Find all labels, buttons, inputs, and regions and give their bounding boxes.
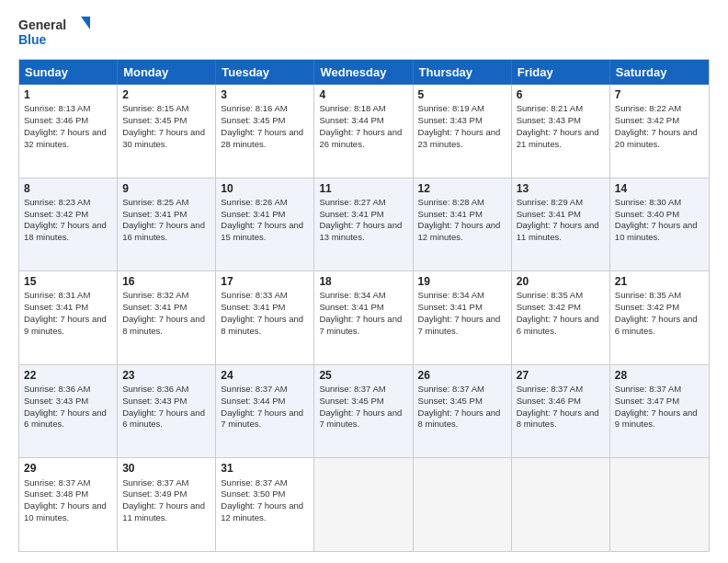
sunset-text: Sunset: 3:41 PM bbox=[221, 209, 285, 219]
daylight-text: Daylight: 7 hours and 6 minutes. bbox=[517, 314, 599, 336]
sunrise-text: Sunrise: 8:31 AM bbox=[24, 290, 90, 300]
day-cell-11: 11Sunrise: 8:27 AMSunset: 3:41 PMDayligh… bbox=[314, 178, 413, 271]
sunset-text: Sunset: 3:41 PM bbox=[221, 302, 285, 312]
sunrise-text: Sunrise: 8:37 AM bbox=[24, 477, 90, 488]
daylight-text: Daylight: 7 hours and 18 minutes. bbox=[24, 220, 107, 242]
daylight-text: Daylight: 7 hours and 10 minutes. bbox=[24, 500, 107, 523]
day-number: 7 bbox=[615, 87, 704, 102]
daylight-text: Daylight: 7 hours and 30 minutes. bbox=[122, 127, 205, 149]
day-number: 4 bbox=[319, 87, 407, 102]
daylight-text: Daylight: 7 hours and 32 minutes. bbox=[24, 127, 107, 149]
day-number: 26 bbox=[418, 368, 506, 383]
sunrise-text: Sunrise: 8:34 AM bbox=[319, 290, 385, 300]
day-number: 9 bbox=[122, 181, 210, 196]
day-number: 18 bbox=[319, 274, 407, 289]
sunrise-text: Sunrise: 8:15 AM bbox=[122, 103, 188, 113]
day-cell-8: 8Sunrise: 8:23 AMSunset: 3:42 PMDaylight… bbox=[19, 178, 118, 271]
sunset-text: Sunset: 3:43 PM bbox=[418, 115, 483, 125]
sunset-text: Sunset: 3:47 PM bbox=[615, 396, 679, 406]
day-number: 20 bbox=[517, 274, 605, 289]
sunset-text: Sunset: 3:44 PM bbox=[319, 115, 383, 125]
day-number: 27 bbox=[517, 368, 605, 383]
sunset-text: Sunset: 3:46 PM bbox=[24, 115, 88, 125]
empty-cell bbox=[610, 458, 709, 551]
svg-text:General: General bbox=[18, 17, 66, 32]
sunset-text: Sunset: 3:41 PM bbox=[24, 302, 88, 312]
sunrise-text: Sunrise: 8:33 AM bbox=[221, 290, 287, 300]
sunset-text: Sunset: 3:49 PM bbox=[122, 488, 187, 499]
sunset-text: Sunset: 3:41 PM bbox=[418, 209, 483, 219]
day-number: 14 bbox=[615, 181, 704, 196]
day-cell-9: 9Sunrise: 8:25 AMSunset: 3:41 PMDaylight… bbox=[118, 178, 216, 271]
daylight-text: Daylight: 7 hours and 15 minutes. bbox=[221, 220, 303, 242]
sunrise-text: Sunrise: 8:22 AM bbox=[615, 103, 681, 113]
day-cell-26: 26Sunrise: 8:37 AMSunset: 3:45 PMDayligh… bbox=[414, 365, 512, 458]
weekday-header-wednesday: Wednesday bbox=[314, 60, 413, 85]
calendar-row-2: 8Sunrise: 8:23 AMSunset: 3:42 PMDaylight… bbox=[19, 178, 709, 271]
daylight-text: Daylight: 7 hours and 7 minutes. bbox=[221, 408, 303, 430]
sunset-text: Sunset: 3:42 PM bbox=[517, 302, 581, 312]
day-cell-27: 27Sunrise: 8:37 AMSunset: 3:46 PMDayligh… bbox=[512, 365, 610, 458]
day-cell-17: 17Sunrise: 8:33 AMSunset: 3:41 PMDayligh… bbox=[216, 271, 314, 364]
day-number: 12 bbox=[418, 181, 506, 196]
day-cell-6: 6Sunrise: 8:21 AMSunset: 3:43 PMDaylight… bbox=[512, 85, 610, 178]
daylight-text: Daylight: 7 hours and 12 minutes. bbox=[418, 220, 501, 242]
day-number: 15 bbox=[24, 274, 112, 289]
day-number: 10 bbox=[221, 181, 309, 196]
sunset-text: Sunset: 3:41 PM bbox=[122, 209, 187, 219]
weekday-header-tuesday: Tuesday bbox=[216, 60, 314, 85]
sunrise-text: Sunrise: 8:37 AM bbox=[418, 384, 484, 394]
sunset-text: Sunset: 3:45 PM bbox=[319, 396, 383, 406]
day-number: 23 bbox=[122, 368, 210, 383]
day-number: 3 bbox=[221, 87, 309, 102]
sunrise-text: Sunrise: 8:16 AM bbox=[221, 103, 287, 113]
day-cell-5: 5Sunrise: 8:19 AMSunset: 3:43 PMDaylight… bbox=[414, 85, 512, 178]
daylight-text: Daylight: 7 hours and 13 minutes. bbox=[319, 220, 402, 242]
day-cell-22: 22Sunrise: 8:36 AMSunset: 3:43 PMDayligh… bbox=[19, 365, 118, 458]
sunrise-text: Sunrise: 8:37 AM bbox=[221, 384, 287, 394]
sunrise-text: Sunrise: 8:23 AM bbox=[24, 197, 90, 207]
day-cell-23: 23Sunrise: 8:36 AMSunset: 3:43 PMDayligh… bbox=[118, 365, 216, 458]
calendar-row-1: 1Sunrise: 8:13 AMSunset: 3:46 PMDaylight… bbox=[19, 85, 709, 178]
calendar-row-3: 15Sunrise: 8:31 AMSunset: 3:41 PMDayligh… bbox=[19, 270, 709, 364]
sunrise-text: Sunrise: 8:27 AM bbox=[319, 197, 385, 207]
calendar-body: 1Sunrise: 8:13 AMSunset: 3:46 PMDaylight… bbox=[19, 85, 709, 551]
sunset-text: Sunset: 3:43 PM bbox=[517, 115, 581, 125]
daylight-text: Daylight: 7 hours and 10 minutes. bbox=[615, 220, 698, 242]
weekday-header-sunday: Sunday bbox=[19, 60, 118, 85]
sunset-text: Sunset: 3:41 PM bbox=[319, 302, 383, 312]
day-cell-24: 24Sunrise: 8:37 AMSunset: 3:44 PMDayligh… bbox=[216, 365, 314, 458]
daylight-text: Daylight: 7 hours and 11 minutes. bbox=[517, 220, 599, 242]
day-cell-14: 14Sunrise: 8:30 AMSunset: 3:40 PMDayligh… bbox=[610, 178, 709, 271]
daylight-text: Daylight: 7 hours and 7 minutes. bbox=[319, 408, 402, 430]
daylight-text: Daylight: 7 hours and 8 minutes. bbox=[418, 408, 501, 430]
daylight-text: Daylight: 7 hours and 9 minutes. bbox=[24, 314, 107, 336]
sunset-text: Sunset: 3:40 PM bbox=[615, 209, 679, 219]
day-number: 29 bbox=[24, 461, 112, 476]
day-number: 6 bbox=[517, 87, 605, 102]
sunset-text: Sunset: 3:41 PM bbox=[517, 209, 581, 219]
sunset-text: Sunset: 3:45 PM bbox=[122, 115, 187, 125]
day-number: 16 bbox=[122, 274, 210, 289]
day-number: 22 bbox=[24, 368, 112, 383]
day-cell-31: 31Sunrise: 8:37 AMSunset: 3:50 PMDayligh… bbox=[216, 458, 314, 551]
sunrise-text: Sunrise: 8:36 AM bbox=[24, 384, 90, 394]
day-number: 28 bbox=[615, 368, 704, 383]
sunrise-text: Sunrise: 8:35 AM bbox=[517, 290, 583, 300]
page-header: General Blue bbox=[18, 15, 710, 50]
day-cell-4: 4Sunrise: 8:18 AMSunset: 3:44 PMDaylight… bbox=[314, 85, 413, 178]
sunrise-text: Sunrise: 8:29 AM bbox=[517, 197, 583, 207]
daylight-text: Daylight: 7 hours and 6 minutes. bbox=[615, 314, 698, 336]
sunset-text: Sunset: 3:45 PM bbox=[418, 396, 483, 406]
sunrise-text: Sunrise: 8:30 AM bbox=[615, 197, 681, 207]
daylight-text: Daylight: 7 hours and 16 minutes. bbox=[122, 220, 205, 242]
daylight-text: Daylight: 7 hours and 6 minutes. bbox=[122, 408, 205, 430]
weekday-header-saturday: Saturday bbox=[610, 60, 709, 85]
day-cell-25: 25Sunrise: 8:37 AMSunset: 3:45 PMDayligh… bbox=[314, 365, 413, 458]
day-cell-15: 15Sunrise: 8:31 AMSunset: 3:41 PMDayligh… bbox=[19, 271, 118, 364]
daylight-text: Daylight: 7 hours and 21 minutes. bbox=[517, 127, 599, 149]
daylight-text: Daylight: 7 hours and 8 minutes. bbox=[517, 408, 599, 430]
daylight-text: Daylight: 7 hours and 8 minutes. bbox=[221, 314, 303, 336]
logo: General Blue bbox=[18, 15, 92, 50]
sunrise-text: Sunrise: 8:37 AM bbox=[221, 477, 287, 488]
